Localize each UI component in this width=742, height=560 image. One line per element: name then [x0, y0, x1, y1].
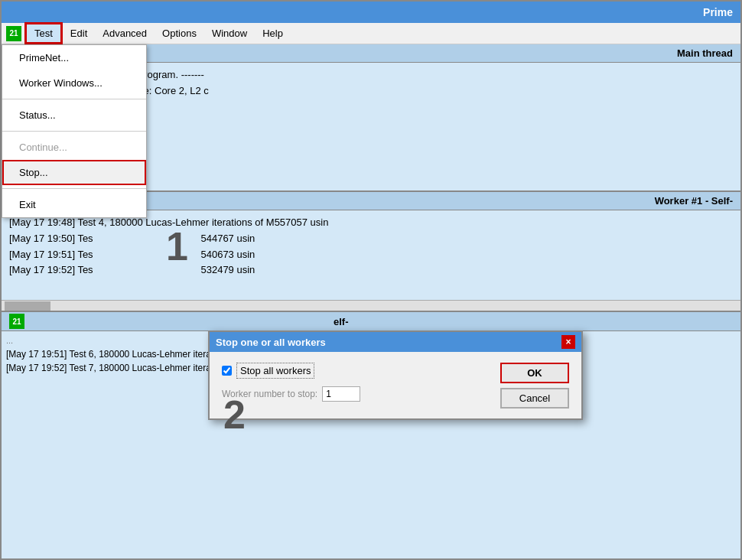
menu-divider-1 [2, 99, 146, 99]
worker-log-3: [May 17 19:52] Tes 532479 usin [9, 262, 733, 278]
menu-bar: 21 Test Edit Advanced Options Window Hel… [2, 23, 740, 44]
dialog-title: Stop one or all workers [216, 337, 326, 348]
stop-all-row: Stop all workers [222, 363, 500, 379]
menu-primenet[interactable]: PrimeNet... [2, 45, 146, 70]
dialog-title-bar: Stop one or all workers × [210, 332, 581, 352]
ok-button[interactable]: OK [500, 363, 569, 383]
test-dropdown-menu: PrimeNet... Worker Windows... Status... … [2, 44, 147, 218]
dialog-close-button[interactable]: × [561, 335, 575, 349]
worker-number-row: Worker number to stop: [222, 386, 500, 402]
menu-help[interactable]: Help [255, 24, 291, 42]
menu-status[interactable]: Status... [2, 103, 146, 128]
app-title: Prime [703, 6, 733, 18]
app-icon: 21 [6, 26, 21, 41]
menu-continue[interactable]: Continue... [2, 135, 146, 160]
menu-window[interactable]: Window [204, 24, 255, 42]
dialog-buttons: OK Cancel [500, 363, 569, 409]
menu-divider-3 [2, 188, 146, 189]
menu-worker-windows[interactable]: Worker Windows... [2, 70, 146, 96]
main-window: Prime 21 Test Edit Advanced Options Wind… [0, 0, 742, 560]
menu-options[interactable]: Options [155, 24, 204, 42]
dialog-main-row: Stop all workers Worker number to stop: … [222, 363, 569, 409]
stop-all-label: Stop all workers [236, 363, 314, 379]
menu-exit[interactable]: Exit [2, 192, 146, 217]
menu-stop[interactable]: Stop... [2, 160, 146, 185]
worker-log-2: [May 17 19:51] Tes 540673 usin [9, 247, 733, 263]
dialog-body: Stop all workers Worker number to stop: … [210, 352, 581, 418]
menu-advanced[interactable]: Advanced [95, 24, 155, 42]
step1-label: 1 [166, 223, 188, 269]
menu-divider-2 [2, 131, 146, 132]
stop-all-checkbox[interactable] [222, 366, 232, 376]
bottom-app-icon: 21 [9, 314, 24, 329]
title-bar: Prime [2, 2, 740, 23]
bottom-icon-row: 21 elf- [2, 312, 740, 331]
worker-thread-content: [May 17 19:48] Test 4, 180000 Lucas-Lehm… [2, 210, 740, 300]
dialog-left-section: Stop all workers Worker number to stop: [222, 363, 500, 409]
cancel-button[interactable]: Cancel [500, 388, 569, 409]
worker-log-1: [May 17 19:50] Tes 544767 usin [9, 231, 733, 247]
stop-dialog: Stop one or all workers × Stop all worke… [208, 330, 583, 420]
worker-scrollbar[interactable] [2, 300, 740, 311]
menu-edit[interactable]: Edit [63, 24, 95, 42]
scrollbar-thumb[interactable] [5, 301, 50, 311]
menu-test[interactable]: Test [24, 22, 63, 44]
bottom-header: elf- [334, 316, 349, 327]
step2-label: 2 [223, 392, 246, 438]
worker-number-input[interactable] [322, 386, 360, 402]
